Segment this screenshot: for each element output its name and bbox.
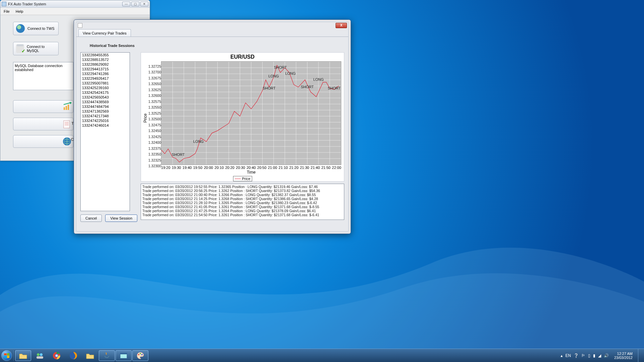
stub-button-1[interactable] — [13, 100, 73, 113]
taskbar-explorer[interactable] — [15, 350, 31, 361]
tab-strip: View Currency Pair Trades — [76, 29, 348, 37]
database-icon — [16, 44, 24, 53]
main-window-titlebar[interactable]: FX Auto Trader System — ▢ ✕ — [0, 0, 150, 8]
chart-arrow-icon — [62, 102, 72, 112]
cancel-button[interactable]: Cancel — [80, 215, 102, 222]
stub-button-2-hint: T — [71, 121, 74, 125]
svg-rect-1 — [66, 106, 67, 110]
svg-point-61 — [138, 354, 139, 355]
java-icon — [78, 23, 82, 28]
menu-help[interactable]: Help — [14, 9, 25, 14]
dialog-close-button[interactable]: X — [336, 23, 347, 28]
session-item[interactable]: 1332474225016 — [81, 118, 130, 123]
tray-volume-icon[interactable]: 🔊 — [604, 353, 609, 358]
tray-help-icon[interactable]: ❔ — [574, 353, 579, 358]
taskbar-app-1[interactable] — [32, 350, 48, 361]
connect-tws-button[interactable]: Connect to TWS — [13, 22, 59, 35]
session-item[interactable]: 1332474246014 — [81, 123, 130, 128]
tray-flag-icon[interactable]: 🏳 — [581, 353, 585, 358]
chart-xlabel: Time — [161, 170, 341, 175]
connect-mysql-label: Connect to MySQL — [27, 45, 56, 53]
svg-point-57 — [56, 355, 58, 357]
legend-label: Price — [242, 177, 251, 181]
chart-box: EUR/USD Price 1.327251.327001.326751.326… — [141, 52, 344, 182]
globe-icon — [16, 24, 25, 33]
tray-wifi-icon[interactable]: ◢ — [598, 353, 601, 358]
trades-dialog: X View Currency Pair Trades Historical T… — [74, 19, 351, 234]
trade-log-line: Trade performed on: 03/20/2012 21:00:40 … — [142, 193, 343, 197]
svg-text:LONG: LONG — [193, 139, 204, 143]
session-item[interactable]: 1332471382569 — [81, 109, 130, 114]
java-cup-icon — [102, 351, 111, 360]
tray-lang[interactable]: EN — [565, 353, 571, 358]
trade-log[interactable]: Trade performed on: 03/20/2012 19:52:55 … — [141, 184, 344, 220]
svg-text:SHORT: SHORT — [274, 65, 287, 69]
svg-point-53 — [40, 353, 43, 356]
session-item[interactable]: 1332425239160 — [81, 85, 130, 90]
connect-mysql-button[interactable]: Connect to MySQL — [13, 42, 59, 55]
svg-rect-60 — [120, 353, 127, 354]
close-button[interactable]: ✕ — [140, 2, 148, 6]
stub-button-2[interactable]: T — [13, 118, 73, 130]
svg-text:LONG: LONG — [285, 71, 296, 75]
people-icon — [35, 351, 44, 360]
cancel-label: Cancel — [85, 216, 97, 220]
svg-rect-54 — [37, 356, 43, 359]
start-orb-icon — [1, 350, 12, 361]
taskbar-app-2[interactable] — [116, 350, 132, 361]
tray-battery-icon[interactable]: ▮ — [593, 353, 595, 358]
session-item[interactable]: 1332474217348 — [81, 114, 130, 118]
session-item[interactable]: 1332447438569 — [81, 100, 130, 104]
show-desktop-button[interactable] — [638, 349, 643, 362]
maximize-button[interactable]: ▢ — [131, 2, 139, 6]
svg-text:LONG: LONG — [268, 74, 279, 78]
tray-show-hidden-icon[interactable]: ▴ — [561, 353, 563, 358]
session-item[interactable]: 1332447484794 — [81, 104, 130, 109]
open-folder-icon — [86, 351, 94, 360]
taskbar-firefox[interactable] — [65, 350, 81, 361]
session-item[interactable]: 1332294926417 — [81, 76, 130, 81]
session-item[interactable]: 1332288629092 — [81, 62, 130, 67]
tab-view-currency-pair-trades[interactable]: View Currency Pair Trades — [78, 29, 131, 37]
connect-tws-label: Connect to TWS — [27, 26, 55, 31]
taskbar-java[interactable] — [99, 350, 115, 361]
folder-icon — [19, 351, 27, 360]
trade-log-line: Trade performed on: 03/20/2012 21:54:50 … — [142, 213, 343, 217]
session-item[interactable]: 1332288513572 — [81, 57, 130, 62]
session-item[interactable]: 1332425650543 — [81, 95, 130, 100]
session-item[interactable]: 1332425424175 — [81, 90, 130, 95]
chart-legend: Price — [233, 176, 252, 181]
minimize-button[interactable]: — — [122, 2, 130, 6]
taskbar: ▴ EN ❔ 🏳 ▯ ▮ ◢ 🔊 12:27 AM 23/03/2012 — [0, 349, 644, 362]
status-box: MySQL Database connection established — [13, 62, 73, 90]
svg-text:LONG: LONG — [313, 77, 324, 81]
taskbar-folder[interactable] — [82, 350, 98, 361]
stub-button-3[interactable]: C — [13, 135, 73, 148]
menu-file[interactable]: File — [2, 9, 11, 14]
svg-rect-0 — [64, 107, 65, 110]
stub-button-3-hint: C — [71, 137, 74, 141]
view-session-button[interactable]: View Session — [105, 215, 137, 222]
session-list[interactable]: 1332288455355133228851357213322886290921… — [80, 52, 130, 211]
session-item[interactable]: 1332294413715 — [81, 67, 130, 71]
svg-point-62 — [140, 353, 141, 354]
dialog-titlebar[interactable]: X — [76, 22, 348, 29]
trade-log-line: Trade performed on: 03/20/2012 21:41:05 … — [142, 205, 343, 209]
trade-log-line: Trade performed on: 03/20/2012 21:28:10 … — [142, 201, 343, 205]
app-icon — [2, 2, 6, 6]
main-window-title: FX Auto Trader System — [8, 2, 122, 6]
taskbar-paint[interactable] — [132, 350, 148, 361]
trade-log-line: Trade performed on: 03/20/2012 19:52:55 … — [142, 185, 343, 189]
tray-network-icon[interactable]: ▯ — [588, 353, 590, 358]
session-item[interactable]: 1332295007881 — [81, 81, 130, 85]
taskbar-divider — [13, 350, 15, 361]
start-button[interactable] — [0, 349, 13, 362]
svg-text:SHORT: SHORT — [263, 86, 276, 90]
chrome-icon — [52, 351, 61, 360]
session-item[interactable]: 1332288455355 — [81, 53, 130, 57]
svg-text:SHORT: SHORT — [301, 85, 314, 89]
taskbar-chrome[interactable] — [49, 350, 65, 361]
document-icon — [62, 119, 72, 129]
taskbar-clock[interactable]: 12:27 AM 23/03/2012 — [612, 352, 635, 360]
session-item[interactable]: 1332294741286 — [81, 71, 130, 76]
